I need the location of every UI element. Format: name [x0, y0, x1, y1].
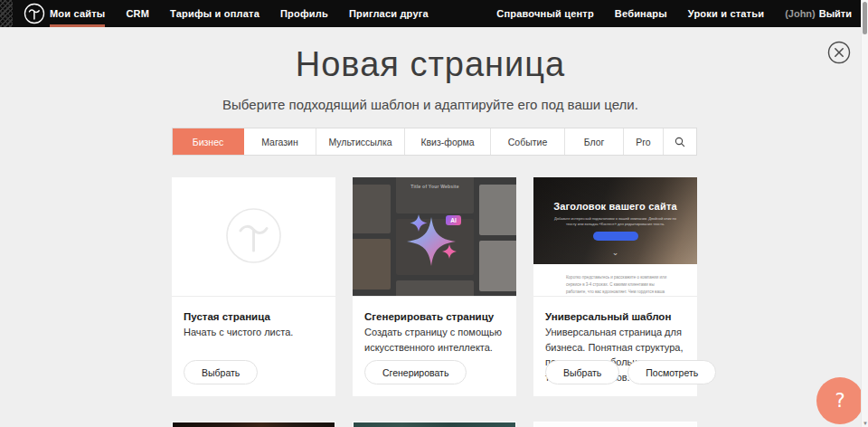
chevron-down-icon: ⌄	[533, 249, 697, 257]
nav-pricing[interactable]: Тарифы и оплата	[170, 0, 259, 27]
page-subtitle: Выберите подходящий шаблон и адаптируйте…	[0, 97, 861, 112]
tilda-logo[interactable]	[24, 3, 45, 24]
tab-blog[interactable]: Блог	[565, 128, 624, 155]
next-row-2-preview	[354, 422, 515, 427]
scrollbar-thumb[interactable]	[863, 2, 867, 34]
search-icon	[675, 137, 685, 147]
scrollbar-down-arrow[interactable]: ▼	[862, 421, 868, 426]
choose-blank-button[interactable]: Выбрать	[184, 360, 258, 384]
blank-page-preview	[172, 177, 335, 297]
next-row-3-preview	[534, 422, 696, 427]
card-ai-generate: Title of Your Website	[353, 177, 516, 396]
card-blank-page: Пустая страница Начать с чистого листа. …	[172, 177, 335, 396]
tab-pro[interactable]: Pro	[624, 128, 664, 155]
nav-logout[interactable]: (John) Выйти	[785, 0, 852, 27]
next-row-1-preview	[173, 422, 335, 427]
tab-search[interactable]	[664, 128, 696, 155]
nav-my-sites[interactable]: Мои сайты	[50, 0, 105, 27]
template-hero-title: Заголовок вашего сайта	[533, 201, 697, 212]
tilda-watermark-icon	[225, 207, 282, 268]
view-template-button[interactable]: Посмотреть	[627, 360, 716, 384]
template-body-section: Коротко представьтесь и расскажите о ком…	[533, 264, 697, 297]
choose-template-button[interactable]: Выбрать	[545, 360, 619, 384]
page-title: Новая страница	[0, 45, 861, 84]
card-description: Создать страницу с помощью искусственног…	[364, 325, 507, 355]
close-button[interactable]	[827, 41, 851, 64]
card-description: Начать с чистого листа.	[184, 325, 326, 340]
template-hero: Заголовок вашего сайта Добавьте интересн…	[533, 177, 697, 264]
template-hero-subtitle: Добавьте интересный подзаголовок о вашей…	[553, 216, 677, 228]
nav-crm[interactable]: CRM	[126, 0, 149, 27]
nav-invite-friend[interactable]: Пригласи друга	[349, 0, 429, 27]
tab-multilink[interactable]: Мультиссылка	[316, 128, 405, 155]
card-next-row-3[interactable]	[533, 422, 697, 427]
page-scrollbar[interactable]: ▼	[861, 0, 868, 427]
logout-label: Выйти	[819, 8, 852, 19]
tab-store[interactable]: Магазин	[244, 128, 316, 155]
card-title: Пустая страница	[184, 311, 270, 322]
close-icon	[827, 41, 851, 64]
nav-webinars[interactable]: Вебинары	[615, 0, 667, 27]
nav-help-center[interactable]: Справочный центр	[496, 0, 594, 27]
template-category-tabs: Бизнес Магазин Мультиссылка Квиз-форма С…	[172, 128, 697, 156]
template-preview: Заголовок вашего сайта Добавьте интересн…	[533, 177, 697, 297]
card-title: Универсальный шаблон	[545, 311, 671, 322]
tab-business[interactable]: Бизнес	[173, 128, 244, 155]
user-name: (John)	[785, 8, 816, 19]
template-body-text: Коротко представьтесь и расскажите о ком…	[566, 274, 667, 297]
topbar-nav-right: Справочный центр Вебинары Уроки и статьи…	[496, 0, 852, 27]
nav-profile[interactable]: Профиль	[280, 0, 328, 27]
tab-event[interactable]: Событие	[491, 128, 565, 155]
generate-button[interactable]: Сгенерировать	[364, 360, 467, 384]
help-button[interactable]: ?	[816, 377, 863, 424]
ai-sparkle-icon	[353, 177, 516, 297]
ai-badge: AI	[446, 215, 461, 225]
nav-lessons[interactable]: Уроки и статьи	[688, 0, 764, 27]
ai-preview-collage: Title of Your Website	[353, 177, 516, 297]
topbar: Мои сайты CRM Тарифы и оплата Профиль Пр…	[0, 0, 868, 27]
card-next-row-1[interactable]	[172, 422, 335, 427]
template-hero-cta	[593, 232, 638, 241]
tab-quiz-form[interactable]: Квиз-форма	[405, 128, 491, 155]
card-title: Сгенерировать страницу	[364, 311, 494, 322]
card-universal-template: Заголовок вашего сайта Добавьте интересн…	[533, 177, 697, 396]
topbar-left-pattern	[0, 0, 13, 27]
topbar-nav-left: Мои сайты CRM Тарифы и оплата Профиль Пр…	[50, 0, 429, 27]
card-next-row-2[interactable]	[353, 422, 516, 427]
